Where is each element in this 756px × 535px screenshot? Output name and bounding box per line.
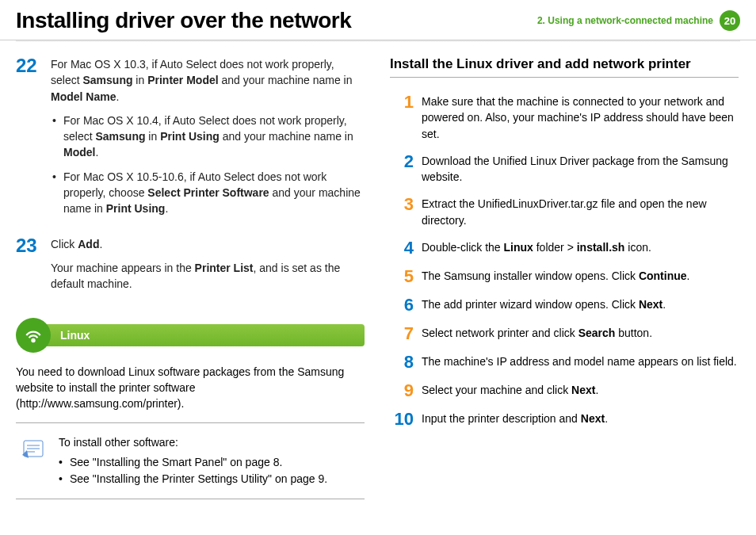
step-22: 22 For Mac OS X 10.3, if Auto Select doe… <box>16 56 365 225</box>
r-step-5: 5 The Samsung installer window opens. Cl… <box>390 268 739 285</box>
bold: Model Name <box>51 90 116 103</box>
step-body: For Mac OS X 10.3, if Auto Select does n… <box>51 56 365 225</box>
step-23: 23 Click Add. Your machine appears in th… <box>16 236 365 300</box>
header-right: 2. Using a network-connected machine 20 <box>537 10 740 31</box>
text: . <box>165 202 168 215</box>
r-step-8: 8 The machine's IP address and model nam… <box>390 353 739 371</box>
linux-body-text: You need to download Linux software pack… <box>16 364 365 412</box>
text: . <box>662 298 666 311</box>
step-body: Select your machine and click Next. <box>422 382 739 398</box>
svg-point-0 <box>32 338 34 341</box>
text: and your machine name in <box>219 74 353 86</box>
text: Select your machine and click <box>422 384 571 396</box>
text: button. <box>615 327 652 339</box>
step-body: Click Add. Your machine appears in the P… <box>51 236 365 300</box>
note-content: To install other software: See "Installi… <box>59 434 327 487</box>
page-header: Installing driver over the network 2. Us… <box>0 0 756 40</box>
step-body: Input the printer description and Next. <box>422 411 739 426</box>
text: Click <box>51 238 78 250</box>
note-list: See "Installing the Smart Panel" on page… <box>59 454 327 487</box>
text: Select network printer and click <box>422 327 578 339</box>
r-step-1: 1 Make sure that the machine is connecte… <box>390 94 739 142</box>
linux-label: Linux <box>46 324 365 346</box>
r-step-6: 6 The add printer wizard window opens. C… <box>390 296 739 314</box>
wifi-icon <box>16 318 51 353</box>
step-body: Download the Unified Linux Driver packag… <box>422 153 739 185</box>
bold: Next <box>571 384 595 396</box>
text: Double-click the <box>422 241 504 254</box>
bold: Printer Model <box>147 74 218 86</box>
bold: Continue <box>639 269 687 282</box>
text: folder > <box>533 241 577 254</box>
step-number: 9 <box>390 382 414 399</box>
bold: Print Using <box>106 202 166 215</box>
note-box: To install other software: See "Installi… <box>16 422 365 499</box>
r-step-7: 7 Select network printer and click Searc… <box>390 325 739 342</box>
right-heading: Install the Linux driver and add network… <box>390 56 739 78</box>
linux-section-band: Linux <box>16 318 365 353</box>
bold: Next <box>581 412 605 425</box>
list-item: See "Installing the Printer Settings Uti… <box>59 471 327 487</box>
note-icon <box>19 434 48 466</box>
step-number: 10 <box>390 411 414 428</box>
bold: Next <box>639 298 662 311</box>
step-number: 7 <box>390 325 414 342</box>
step-body: Select network printer and click Search … <box>422 325 739 341</box>
text: . <box>116 90 119 103</box>
r-step-10: 10 Input the printer description and Nex… <box>390 411 739 428</box>
step-body: Make sure that the machine is connected … <box>422 94 739 142</box>
text: . <box>95 146 98 159</box>
list-item: See "Installing the Smart Panel" on page… <box>59 454 327 471</box>
step-number: 5 <box>390 268 414 285</box>
step-number: 22 <box>16 56 43 225</box>
step-body: Extract the UnifiedLinuxDriver.tar.gz fi… <box>422 196 739 228</box>
bold: Search <box>578 327 616 339</box>
step-text: For Mac OS X 10.3, if Auto Select does n… <box>51 56 365 105</box>
text: . <box>595 384 598 396</box>
bold: Linux <box>504 241 533 254</box>
list-item: For Mac OS X 10.4, if Auto Select does n… <box>52 113 365 161</box>
step-body: The add printer wizard window opens. Cli… <box>422 296 739 312</box>
step-text: Your machine appears in the Printer List… <box>51 260 365 292</box>
r-step-2: 2 Download the Unified Linux Driver pack… <box>390 153 739 185</box>
text: The Samsung installer window opens. Clic… <box>422 269 639 282</box>
bold: Print Using <box>160 130 220 143</box>
left-column: 22 For Mac OS X 10.3, if Auto Select doe… <box>16 56 365 499</box>
r-step-4: 4 Double-click the Linux folder > instal… <box>390 239 739 257</box>
text: icon. <box>624 241 651 254</box>
step-number: 23 <box>16 236 43 300</box>
text: . <box>605 412 608 425</box>
step-number: 1 <box>390 94 414 111</box>
text: The add printer wizard window opens. Cli… <box>422 298 639 311</box>
text: . <box>99 238 102 250</box>
step-number: 3 <box>390 196 414 213</box>
bold: install.sh <box>577 241 625 254</box>
chapter-label: 2. Using a network-connected machine <box>537 15 713 26</box>
r-step-9: 9 Select your machine and click Next. <box>390 382 739 399</box>
bold: Printer List <box>195 262 254 274</box>
text: in <box>132 74 147 86</box>
bold: Select Printer Software <box>147 186 269 199</box>
text: in <box>145 130 160 143</box>
step-body: The Samsung installer window opens. Clic… <box>422 268 739 284</box>
step-number: 2 <box>390 153 414 170</box>
bold: Samsung <box>82 74 132 86</box>
text: . <box>687 269 690 282</box>
text: and your machine name in <box>220 130 353 143</box>
r-step-3: 3 Extract the UnifiedLinuxDriver.tar.gz … <box>390 196 739 228</box>
step-number: 8 <box>390 353 414 371</box>
bold: Samsung <box>95 130 145 143</box>
list-item: For Mac OS X 10.5-10.6, if Auto Select d… <box>52 169 365 217</box>
step-text: Click Add. <box>51 236 365 252</box>
right-column: Install the Linux driver and add network… <box>390 56 739 499</box>
step-body: The machine's IP address and model name … <box>422 353 739 369</box>
note-intro: To install other software: <box>59 434 327 451</box>
sub-list: For Mac OS X 10.4, if Auto Select does n… <box>51 113 365 217</box>
step-body: Double-click the Linux folder > install.… <box>422 239 739 255</box>
page-number-badge: 20 <box>720 10 740 31</box>
step-number: 6 <box>390 296 414 314</box>
page-title: Installing driver over the network <box>16 8 351 33</box>
content-columns: 22 For Mac OS X 10.3, if Auto Select doe… <box>0 42 756 499</box>
text: Input the printer description and <box>422 412 581 425</box>
bold: Add <box>78 238 99 250</box>
